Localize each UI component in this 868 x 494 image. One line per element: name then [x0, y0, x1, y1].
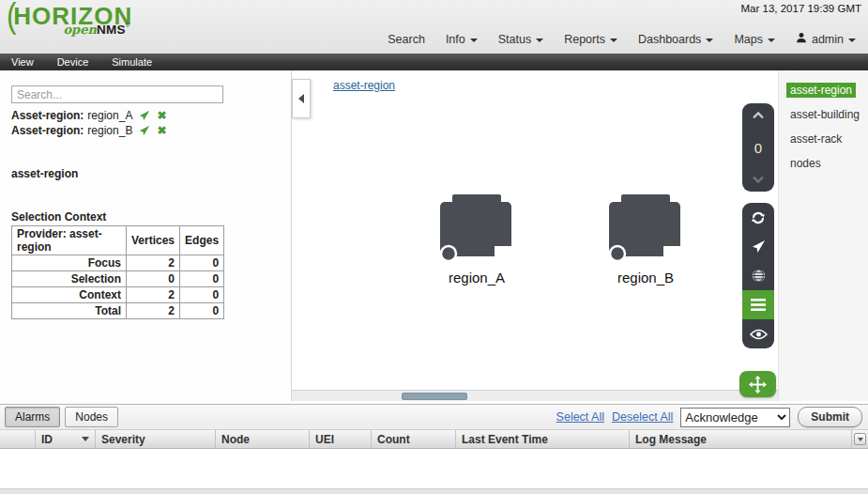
nav-admin[interactable]: admin	[785, 28, 866, 50]
column-chooser-button[interactable]	[852, 430, 868, 448]
caret-down-icon	[768, 39, 775, 42]
map-toolbar	[742, 203, 774, 348]
focus-item: Asset-region: region_B ✖	[11, 124, 166, 137]
column-header-node[interactable]: Node	[216, 430, 310, 448]
nav-reports[interactable]: Reports	[554, 29, 628, 50]
locate-icon[interactable]	[139, 125, 150, 136]
locate-icon[interactable]	[139, 110, 150, 121]
alarm-browser-panel: Alarms Nodes Select All Deselect All Ack…	[0, 404, 868, 494]
horizon-logo: ( HORIZON openNMS®	[6, 1, 132, 37]
table-row: Focus 2 0	[12, 255, 224, 271]
nav-info[interactable]: Info	[435, 29, 488, 50]
topology-menubar: View Device Simulate	[0, 54, 868, 70]
globe-icon	[751, 268, 767, 284]
zoom-in-chevron-icon[interactable]	[752, 111, 765, 119]
nav-search[interactable]: Search	[377, 29, 435, 50]
layer-item-asset-rack[interactable]: asset-rack	[786, 131, 868, 147]
focus-item: Asset-region: region_A ✖	[11, 109, 166, 122]
top-navigation: Search Info Status Reports Dashboards Ma…	[377, 28, 866, 50]
tab-nodes[interactable]: Nodes	[65, 407, 118, 427]
caret-down-icon	[848, 39, 856, 42]
acknowledge-select[interactable]: Acknowledge	[680, 408, 790, 427]
opennms-topology-app: ( HORIZON openNMS® Mar 13, 2017 19:39 GM…	[0, 0, 868, 494]
tab-alarms[interactable]: Alarms	[5, 407, 60, 427]
scrollbar-thumb[interactable]	[402, 393, 467, 400]
move-arrows-icon	[749, 376, 767, 394]
map-horizontal-scrollbar[interactable]	[292, 390, 778, 401]
datetime-display: Mar 13, 2017 19:39 GMT	[741, 3, 861, 14]
caret-down-icon	[536, 39, 543, 42]
provider-category-label: asset-region	[11, 167, 78, 180]
column-header-log-message[interactable]: Log Message	[630, 430, 852, 448]
show-entire-map-button[interactable]	[742, 261, 774, 290]
node-label: region_A	[440, 270, 513, 286]
table-row: Total 2 0	[12, 303, 224, 319]
layer-item-asset-region[interactable]: asset-region	[786, 83, 868, 98]
deselect-all-link[interactable]: Deselect All	[612, 410, 673, 424]
zoom-level-value: 0	[754, 141, 762, 155]
zoom-out-chevron-icon[interactable]	[752, 176, 765, 184]
column-header-uei[interactable]: UEI	[310, 430, 372, 448]
header: ( HORIZON openNMS® Mar 13, 2017 19:39 GM…	[0, 0, 868, 54]
menu-view[interactable]: View	[11, 56, 34, 68]
submit-button[interactable]: Submit	[798, 407, 862, 427]
layer-item-nodes[interactable]: nodes	[786, 156, 868, 171]
alarm-controls: Select All Deselect All Acknowledge Subm…	[556, 407, 868, 427]
logo-open-text: open	[63, 23, 96, 37]
col-edges: Edges	[180, 226, 224, 255]
refresh-icon	[750, 209, 767, 226]
layer-item-asset-building[interactable]: asset-building	[786, 107, 868, 122]
topology-map-canvas[interactable]: asset-region region_A region_B	[291, 70, 779, 401]
menu-simulate[interactable]: Simulate	[112, 56, 152, 68]
logo-reg-mark: ®	[126, 23, 129, 28]
table-row: Context 2 0	[12, 287, 224, 303]
col-vertices: Vertices	[127, 226, 180, 255]
map-node-region-b[interactable]: region_B	[609, 194, 682, 286]
remove-focus-icon[interactable]: ✖	[157, 110, 166, 121]
column-header-last-event-time[interactable]: Last Event Time	[456, 430, 630, 448]
breadcrumb-asset-region[interactable]: asset-region	[333, 79, 395, 92]
caret-down-icon	[470, 39, 478, 42]
col-provider: Provider: asset-region	[12, 226, 127, 255]
column-header-count[interactable]: Count	[372, 430, 456, 448]
menu-device[interactable]: Device	[57, 56, 89, 68]
hamburger-icon	[751, 299, 766, 311]
collapse-panel-button[interactable]	[292, 79, 311, 118]
focus-panel: Asset-region: region_A ✖ Asset-region: r…	[0, 70, 291, 404]
logo-arc-glyph: (	[7, 1, 16, 31]
triangle-left-icon	[298, 94, 304, 103]
alarm-grid-body[interactable]	[0, 449, 868, 488]
column-header-id[interactable]: ID	[36, 430, 96, 448]
eye-icon	[750, 329, 768, 340]
nav-maps[interactable]: Maps	[723, 29, 785, 50]
highlight-focus-button[interactable]	[742, 319, 774, 348]
region-node-icon	[440, 194, 513, 266]
center-on-selection-button[interactable]	[742, 232, 774, 261]
column-select-checkbox[interactable]	[0, 430, 36, 448]
sort-desc-icon	[82, 437, 89, 441]
alarm-grid-header: ID Severity Node UEI Count Last Event Ti…	[0, 430, 868, 449]
caret-down-icon	[610, 39, 617, 42]
node-label: region_B	[609, 270, 682, 286]
table-row: Selection 0 0	[12, 271, 224, 287]
nav-dashboards[interactable]: Dashboards	[628, 29, 723, 50]
caret-down-icon	[706, 39, 713, 42]
refresh-button[interactable]	[742, 203, 774, 232]
select-all-link[interactable]: Select All	[556, 410, 604, 424]
nav-status[interactable]: Status	[488, 29, 554, 50]
remove-focus-icon[interactable]: ✖	[157, 125, 166, 136]
map-node-region-a[interactable]: region_A	[440, 194, 513, 286]
location-arrow-icon	[752, 239, 766, 254]
user-icon	[796, 32, 807, 46]
selection-context-table: Provider: asset-region Vertices Edges Fo…	[11, 225, 224, 319]
browser-tabs: Alarms Nodes	[0, 407, 118, 427]
column-header-severity[interactable]: Severity	[96, 430, 216, 448]
layer-selection-button[interactable]	[742, 290, 774, 319]
layer-sidebar: asset-region asset-building asset-rack n…	[779, 70, 868, 401]
region-node-icon	[609, 194, 682, 266]
pan-mode-button[interactable]	[739, 371, 776, 397]
alarm-action-bar: Alarms Nodes Select All Deselect All Ack…	[0, 405, 868, 430]
zoom-control-group: 0	[742, 103, 774, 192]
search-input[interactable]	[11, 85, 223, 103]
selection-context-title: Selection Context	[11, 210, 106, 224]
